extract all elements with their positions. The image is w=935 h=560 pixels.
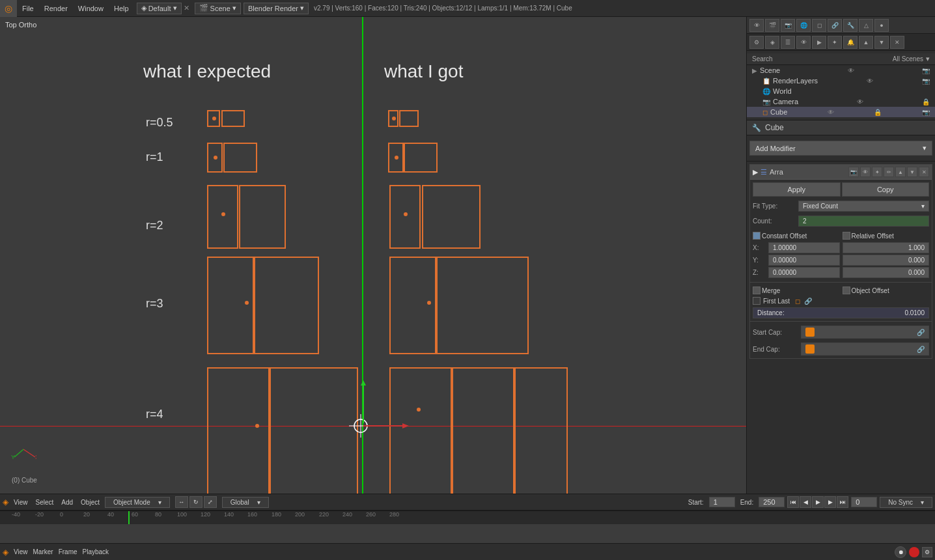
add-menu[interactable]: Add xyxy=(59,499,76,506)
mod-icon-down[interactable]: ▼ xyxy=(907,167,917,177)
prop-icon-scene[interactable]: 🎬 xyxy=(765,19,779,32)
end-value[interactable]: 250 xyxy=(759,497,785,507)
prop-icon-2c[interactable]: ☰ xyxy=(781,36,795,49)
footer-playback[interactable]: Playback xyxy=(83,548,109,555)
viewport-icon-btn[interactable]: ◈ xyxy=(3,497,8,507)
scene-eye[interactable]: 👁 xyxy=(848,67,854,74)
global-selector[interactable]: Global▾ xyxy=(222,497,269,508)
timeline-track[interactable] xyxy=(0,524,935,543)
outliner-item-renderlayers[interactable]: 📋 RenderLayers 👁 📷 xyxy=(747,76,935,86)
footer-icon[interactable]: ◈ xyxy=(3,548,8,557)
mod-icon-close[interactable]: ✕ xyxy=(919,167,929,177)
apply-button[interactable]: Apply xyxy=(753,182,841,197)
prop-icon-2h[interactable]: ▲ xyxy=(859,36,873,49)
prop-icon-2j[interactable]: ✕ xyxy=(890,36,904,49)
prop-icon-material[interactable]: ● xyxy=(874,19,889,32)
prop-icon-constraint[interactable]: 🔗 xyxy=(828,19,842,32)
camera-eye[interactable]: 👁 xyxy=(857,98,863,105)
rotate-icon[interactable]: ↻ xyxy=(189,496,202,508)
view-menu-bottom[interactable]: View xyxy=(11,499,31,506)
end-cap-value[interactable]: 🔗 xyxy=(801,343,929,356)
outliner-dropdown[interactable]: ▾ xyxy=(926,55,930,63)
prop-icon-modifier[interactable]: 🔧 xyxy=(843,19,858,32)
constant-offset-checkbox[interactable] xyxy=(753,232,761,240)
prop-icon-2e[interactable]: ▶ xyxy=(812,36,826,49)
scene-cam[interactable]: 📷 xyxy=(922,67,930,74)
collapse-icon[interactable]: ▶ xyxy=(753,168,758,176)
first-last-checkbox[interactable] xyxy=(753,297,761,305)
prop-icon-2g[interactable]: 🔔 xyxy=(843,36,858,49)
prop-icon-2d[interactable]: 👁 xyxy=(796,36,811,49)
renderlayers-eye[interactable]: 👁 xyxy=(867,77,873,85)
prev-frame-btn[interactable]: ◀ xyxy=(800,496,811,508)
first-frame-btn[interactable]: ⏮ xyxy=(787,496,799,508)
outliner-item-camera[interactable]: 📷 Camera 👁 🔒 xyxy=(747,96,935,107)
outliner-item-cube[interactable]: ◻ Cube 👁 🔒 📷 xyxy=(747,107,935,117)
footer-frame[interactable]: Frame xyxy=(59,548,77,555)
object-menu[interactable]: Object xyxy=(78,499,102,506)
prop-icon-render[interactable]: 📷 xyxy=(781,19,795,32)
footer-icon-anim[interactable]: ⏺ xyxy=(895,546,906,558)
scene-selector[interactable]: 🎬 Scene ▾ xyxy=(195,3,241,14)
footer-marker[interactable]: Marker xyxy=(33,548,53,555)
copy-button[interactable]: Copy xyxy=(842,182,930,197)
mod-icon-up[interactable]: ▲ xyxy=(895,167,906,177)
mod-icon-edit[interactable]: ✏ xyxy=(884,167,894,177)
last-frame-btn[interactable]: ⏭ xyxy=(837,496,848,508)
y-value[interactable]: 0.00000 xyxy=(768,255,840,266)
renderlayers-cam[interactable]: 📷 xyxy=(922,77,930,85)
footer-view[interactable]: View xyxy=(14,548,28,555)
camera-restrict[interactable]: 🔒 xyxy=(922,98,930,105)
add-modifier-button[interactable]: Add Modifier ▾ xyxy=(749,141,932,156)
count-value[interactable]: 2 xyxy=(798,216,929,227)
help-menu[interactable]: Help xyxy=(109,0,134,16)
prop-icon-2f[interactable]: ✦ xyxy=(828,36,842,49)
render-menu[interactable]: Render xyxy=(39,0,73,16)
mod-icon-render[interactable]: 📷 xyxy=(848,167,859,177)
next-frame-btn[interactable]: ▶ xyxy=(824,496,836,508)
merge-checkbox[interactable] xyxy=(753,287,761,294)
blender-logo[interactable]: ◎ xyxy=(0,0,17,17)
start-cap-value[interactable]: 🔗 xyxy=(801,326,929,339)
first-last-link[interactable]: 🔗 xyxy=(804,298,812,305)
end-cap-link[interactable]: 🔗 xyxy=(917,346,925,353)
window-menu[interactable]: Window xyxy=(73,0,109,16)
sync-selector[interactable]: No Sync▾ xyxy=(880,497,932,508)
distance-value[interactable]: Distance: 0.0100 xyxy=(753,307,929,318)
mode-selector[interactable]: Object Mode▾ xyxy=(105,497,170,508)
prop-icon-2b[interactable]: ◈ xyxy=(765,36,779,49)
prop-icon-data[interactable]: △ xyxy=(859,19,873,32)
cube-eye[interactable]: 👁 xyxy=(828,109,834,116)
start-cap-link[interactable]: 🔗 xyxy=(917,329,925,336)
footer-settings[interactable]: ⚙ xyxy=(922,547,932,557)
x-value[interactable]: 1.00000 xyxy=(768,242,840,253)
select-menu[interactable]: Select xyxy=(33,499,57,506)
prop-icon-world[interactable]: 🌐 xyxy=(796,19,811,32)
prop-icon-2a[interactable]: ⚙ xyxy=(749,36,764,49)
translate-icon[interactable]: ↔ xyxy=(175,496,188,508)
mod-icon-cage[interactable]: ✦ xyxy=(872,167,882,177)
file-menu[interactable]: File xyxy=(17,0,39,16)
viewport[interactable]: Top Ortho what I expected what I got r=0… xyxy=(0,17,746,494)
play-btn[interactable]: ▶ xyxy=(812,496,824,508)
outliner-item-scene[interactable]: ▶ Scene 👁 📷 xyxy=(747,65,935,76)
rel-z-value[interactable]: 0.000 xyxy=(843,267,930,278)
record-button[interactable] xyxy=(909,547,919,557)
rel-x-value[interactable]: 1.000 xyxy=(843,242,930,253)
playhead[interactable] xyxy=(128,511,130,524)
mod-icon-view[interactable]: 👁 xyxy=(860,167,871,177)
prop-icon-2i[interactable]: ▼ xyxy=(874,36,889,49)
prop-icon-view[interactable]: 👁 xyxy=(749,19,764,32)
relative-offset-checkbox[interactable] xyxy=(843,232,850,240)
scale-icon[interactable]: ⤢ xyxy=(204,496,217,508)
fit-type-dropdown[interactable]: Fixed Count ▾ xyxy=(798,201,929,212)
rel-y-value[interactable]: 0.000 xyxy=(843,255,930,266)
cube-restrict[interactable]: 🔒 xyxy=(874,109,882,116)
render-engine-selector[interactable]: Blender Render ▾ xyxy=(244,3,309,14)
object-offset-checkbox[interactable] xyxy=(843,287,850,294)
start-value[interactable]: 1 xyxy=(709,497,735,507)
cube-render[interactable]: 📷 xyxy=(922,109,930,116)
outliner-item-world[interactable]: 🌐 World xyxy=(747,86,935,96)
workspace-selector[interactable]: ◈ Default ▾ xyxy=(137,3,182,14)
prop-icon-object[interactable]: ◻ xyxy=(812,19,826,32)
